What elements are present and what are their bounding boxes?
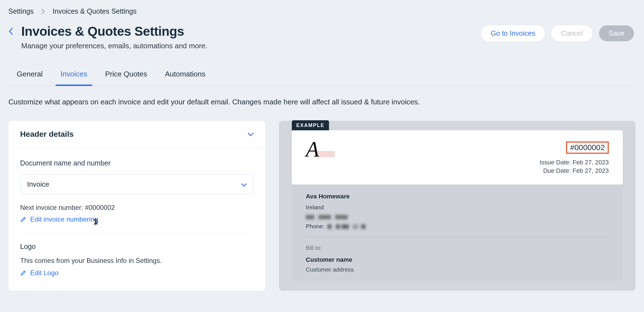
breadcrumb-current: Invoices & Quotes Settings bbox=[53, 7, 136, 15]
edit-logo-label: Edit Logo bbox=[30, 269, 58, 277]
cancel-button[interactable]: Cancel bbox=[551, 25, 592, 41]
intro-text: Customize what appears on each invoice a… bbox=[8, 98, 636, 106]
chevron-down-icon bbox=[241, 180, 247, 188]
next-invoice-number: Next invoice number: #0000002 bbox=[20, 204, 254, 212]
divider bbox=[20, 233, 254, 234]
business-email-redacted bbox=[306, 213, 609, 220]
logo-glyph: A bbox=[306, 141, 334, 157]
logo-section-title: Logo bbox=[20, 243, 254, 251]
tab-invoices[interactable]: Invoices bbox=[61, 70, 87, 86]
page-subtitle: Manage your preferences, emails, automat… bbox=[21, 42, 207, 50]
tab-automations[interactable]: Automations bbox=[165, 70, 205, 86]
edit-invoice-numbering-link[interactable]: Edit invoice numbering bbox=[20, 215, 254, 223]
logo-description: This comes from your Business Info in Se… bbox=[20, 257, 254, 265]
business-country: Ireland bbox=[306, 204, 609, 211]
business-name: Ava Homeware bbox=[306, 193, 609, 200]
tabs: General Invoices Price Quotes Automation… bbox=[8, 70, 636, 86]
breadcrumb: Settings Invoices & Quotes Settings bbox=[8, 7, 636, 15]
divider bbox=[306, 237, 609, 237]
business-logo: A bbox=[306, 141, 334, 162]
document-type-value: Invoice bbox=[27, 180, 49, 188]
invoice-preview: EXAMPLE A #0000002 Issue Date: Feb 27, 2… bbox=[279, 121, 636, 291]
invoice-number-highlight: #0000002 bbox=[566, 141, 609, 154]
example-badge: EXAMPLE bbox=[292, 120, 329, 130]
edit-invoice-numbering-label: Edit invoice numbering bbox=[30, 215, 98, 223]
edit-logo-link[interactable]: Edit Logo bbox=[20, 269, 254, 277]
due-date: Due Date: Feb 27, 2023 bbox=[540, 167, 609, 174]
pencil-icon bbox=[20, 270, 26, 276]
card-title: Header details bbox=[20, 130, 74, 139]
save-button[interactable]: Save bbox=[599, 25, 634, 41]
customer-address: Customer address bbox=[306, 266, 609, 273]
pencil-icon bbox=[20, 216, 26, 222]
go-to-invoices-button[interactable]: Go to Invoices bbox=[481, 25, 545, 41]
tab-price-quotes[interactable]: Price Quotes bbox=[105, 70, 147, 86]
chevron-down-icon bbox=[248, 130, 254, 138]
issue-date: Issue Date: Feb 27, 2023 bbox=[540, 159, 609, 166]
document-type-select[interactable]: Invoice bbox=[20, 174, 254, 194]
card-header[interactable]: Header details bbox=[8, 121, 266, 148]
header-details-card: Header details Document name and number … bbox=[8, 121, 266, 291]
tab-general[interactable]: General bbox=[17, 70, 43, 86]
phone-redacted bbox=[328, 224, 370, 229]
breadcrumb-root[interactable]: Settings bbox=[8, 7, 34, 15]
customer-name: Customer name bbox=[306, 256, 609, 263]
chevron-right-icon bbox=[41, 9, 45, 14]
back-chevron-icon[interactable] bbox=[8, 27, 13, 37]
page-title: Invoices & Quotes Settings bbox=[21, 24, 207, 39]
bill-to-label: Bill to: bbox=[306, 244, 609, 251]
business-phone: Phone: bbox=[306, 223, 609, 230]
document-name-label: Document name and number bbox=[20, 159, 254, 167]
header-actions: Go to Invoices Cancel Save bbox=[481, 25, 636, 41]
